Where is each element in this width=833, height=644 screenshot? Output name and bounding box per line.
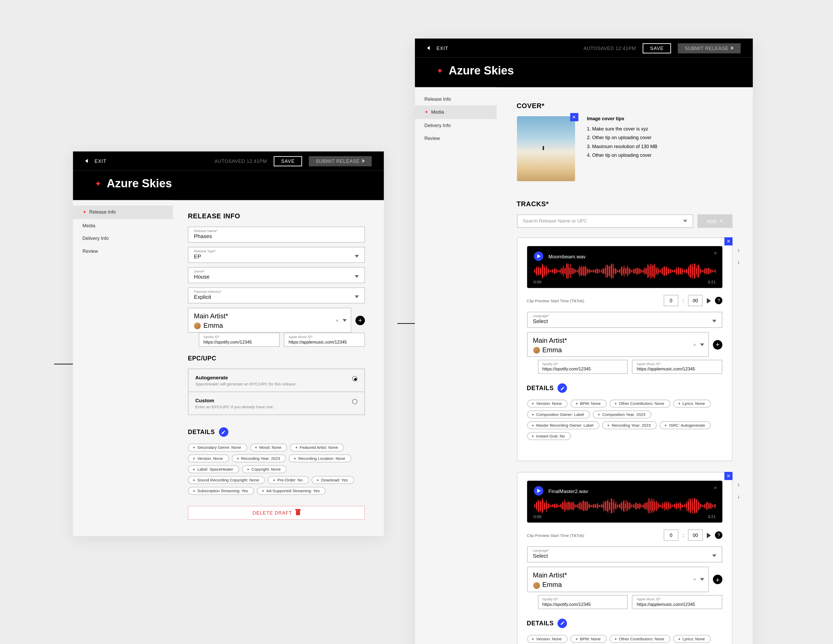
edit-track-details-button[interactable] xyxy=(558,383,567,393)
add-artist-button[interactable]: + xyxy=(713,575,722,584)
delete-draft-button[interactable]: DELETE DRAFT xyxy=(188,506,365,520)
detail-chip[interactable]: Copyright: None xyxy=(242,465,287,473)
submit-release-button[interactable]: SUBMIT RELEASE xyxy=(678,43,740,53)
track-chip[interactable]: Master Recording Owner: Label xyxy=(527,422,600,430)
clear-artist-icon[interactable]: × xyxy=(336,318,339,322)
detail-chip[interactable]: Sound Recording Copyright: None xyxy=(188,476,265,484)
submit-release-button[interactable]: SUBMIT RELEASE xyxy=(309,156,371,166)
cover-tip: 3. Maximum resolution of 130 MB xyxy=(587,144,657,149)
sidebar-item-release-info[interactable]: Release Info xyxy=(415,93,497,106)
sidebar-item-review[interactable]: Review xyxy=(415,132,497,145)
track-spotify-id-field[interactable]: Spotify ID* https://spotify.com/12345 xyxy=(537,595,628,609)
sidebar-item-delivery-info[interactable]: Delivery Info xyxy=(415,119,497,132)
edit-track-details-button[interactable] xyxy=(558,618,567,628)
sidebar-item-delivery-info[interactable]: Delivery Info xyxy=(73,232,173,245)
remove-cover-button[interactable]: × xyxy=(570,113,578,121)
clear-artist-icon[interactable]: × xyxy=(693,577,696,582)
sidebar-item-media[interactable]: Media xyxy=(73,219,173,232)
detail-chip[interactable]: Secondary Genre: None xyxy=(188,444,247,452)
add-artist-button[interactable]: + xyxy=(713,340,722,349)
clip-seconds-input[interactable] xyxy=(688,530,703,541)
detail-chip[interactable]: Recording Location: None xyxy=(289,455,351,463)
save-button[interactable]: SAVE xyxy=(643,43,671,53)
cover-image[interactable]: × xyxy=(517,116,575,181)
apple-music-id-field[interactable]: Apple Music ID* https://applemusic.com/1… xyxy=(284,333,365,347)
track-spotify-id-field[interactable]: Spotify ID* https://spotify.com/12345 xyxy=(537,360,628,374)
play-button[interactable] xyxy=(534,251,543,261)
move-up-button[interactable]: ↑ xyxy=(737,482,740,488)
remove-track-button[interactable]: × xyxy=(724,472,733,480)
trash-icon xyxy=(296,510,300,515)
detail-chip[interactable]: Mood: None xyxy=(250,444,288,452)
epc-custom-option[interactable]: Custom Enter an EPC/UPC if you already h… xyxy=(188,392,364,415)
track-chip[interactable]: ISRC: Autogenerate xyxy=(659,422,711,430)
language-select[interactable]: Language* Select xyxy=(527,312,722,328)
move-up-button[interactable]: ↑ xyxy=(737,248,740,254)
cover-tip: 4. Other tip on uploading cover xyxy=(587,153,657,158)
edit-details-button[interactable] xyxy=(219,428,228,437)
close-player-icon[interactable]: × xyxy=(714,485,717,491)
search-release-input[interactable]: Search Release Name or UPC xyxy=(517,214,693,228)
autosaved-text: AUTOSAVED 12:41PM xyxy=(584,45,636,50)
sidebar-item-release-info[interactable]: ✦Release Info xyxy=(73,206,173,219)
add-artist-button[interactable]: + xyxy=(355,316,365,325)
add-track-button[interactable]: ADD+ xyxy=(697,214,733,228)
clip-seconds-input[interactable] xyxy=(688,295,703,306)
sidebar-item-review[interactable]: Review xyxy=(73,245,173,258)
epc-autogenerate-option[interactable]: Autogenerate SpaceHeater will generate a… xyxy=(188,369,364,392)
preview-play-button[interactable] xyxy=(707,533,711,538)
track-apple-music-id-field[interactable]: Apple Music ID* https://applemusic.com/1… xyxy=(632,595,722,609)
help-icon[interactable]: ? xyxy=(715,297,722,304)
preview-play-button[interactable] xyxy=(707,298,711,303)
detail-chip[interactable]: Download: Yes xyxy=(312,476,354,484)
waveform[interactable] xyxy=(534,499,716,514)
genre-select[interactable]: Genre* House xyxy=(188,267,365,283)
section-heading-release-info: RELEASE INFO xyxy=(188,212,365,220)
detail-chip[interactable]: Subscription Streaming: Yes xyxy=(188,487,254,495)
track-details-heading: DETAILS xyxy=(527,620,554,626)
move-down-button[interactable]: ↓ xyxy=(737,259,740,265)
track-chip[interactable]: Lyrics: None xyxy=(673,635,711,643)
detail-chip[interactable]: Featured Artist: None xyxy=(290,444,344,452)
help-icon[interactable]: ? xyxy=(715,532,722,539)
sidebar-item-media[interactable]: ✦Media xyxy=(415,106,497,119)
exit-link[interactable]: EXIT xyxy=(436,45,448,50)
detail-chip[interactable]: Pre-Order: No xyxy=(268,476,309,484)
detail-chip[interactable]: Label: SpaceHeater xyxy=(188,465,239,473)
save-button[interactable]: SAVE xyxy=(274,156,302,166)
move-down-button[interactable]: ↓ xyxy=(737,494,740,500)
detail-chip[interactable]: Version: None xyxy=(188,455,229,463)
track-chip[interactable]: Version: None xyxy=(527,400,568,408)
clip-minutes-input[interactable] xyxy=(664,530,679,541)
track-chip[interactable]: Recording Year: 2023 xyxy=(602,422,656,430)
track-chip[interactable]: Version: None xyxy=(527,635,568,643)
track-chip[interactable]: BPM: None xyxy=(571,635,607,643)
track-chip[interactable]: Other Contributors: None xyxy=(609,635,670,643)
track-chip[interactable]: Lyrics: None xyxy=(673,400,711,408)
track-apple-music-id-field[interactable]: Apple Music ID* https://applemusic.com/1… xyxy=(632,360,722,374)
track-main-artist-select[interactable]: Main Artist* Emma × xyxy=(527,567,709,592)
language-select[interactable]: Language* Select xyxy=(527,546,722,563)
track-main-artist-select[interactable]: Main Artist* Emma × xyxy=(527,332,709,357)
track-chip[interactable]: Composition Owner: Label xyxy=(527,411,590,419)
detail-chip[interactable]: Recording Year: 2023 xyxy=(232,455,286,463)
clip-minutes-input[interactable] xyxy=(664,295,679,306)
parental-advisory-select[interactable]: Parental Advisory* Explicit xyxy=(188,287,365,304)
waveform[interactable] xyxy=(534,264,716,279)
clear-artist-icon[interactable]: × xyxy=(693,342,696,347)
section-heading-tracks: TRACKS* xyxy=(517,200,733,208)
spotify-id-field[interactable]: Spotify ID* https://spotify.com/12345 xyxy=(199,333,280,347)
exit-link[interactable]: EXIT xyxy=(95,159,106,163)
release-type-select[interactable]: Release Type* EP xyxy=(188,247,365,263)
release-name-field[interactable]: Release Name* Phases xyxy=(188,227,365,243)
track-chip[interactable]: Other Contributors: None xyxy=(609,400,670,408)
track-chip[interactable]: Composition Year: 2023 xyxy=(593,411,651,419)
track-chip[interactable]: BPM: None xyxy=(571,400,607,408)
close-player-icon[interactable]: × xyxy=(714,250,717,256)
remove-track-button[interactable]: × xyxy=(724,237,733,245)
track-chip[interactable]: Instant Grat: No xyxy=(527,432,571,440)
main-artist-select[interactable]: Main Artist* Emma × xyxy=(188,308,351,333)
play-button[interactable] xyxy=(534,486,543,496)
detail-chip[interactable]: Ad-Supported Streaming: Yes xyxy=(257,487,326,495)
title-bar: ✦ Azure Skies xyxy=(415,57,753,87)
